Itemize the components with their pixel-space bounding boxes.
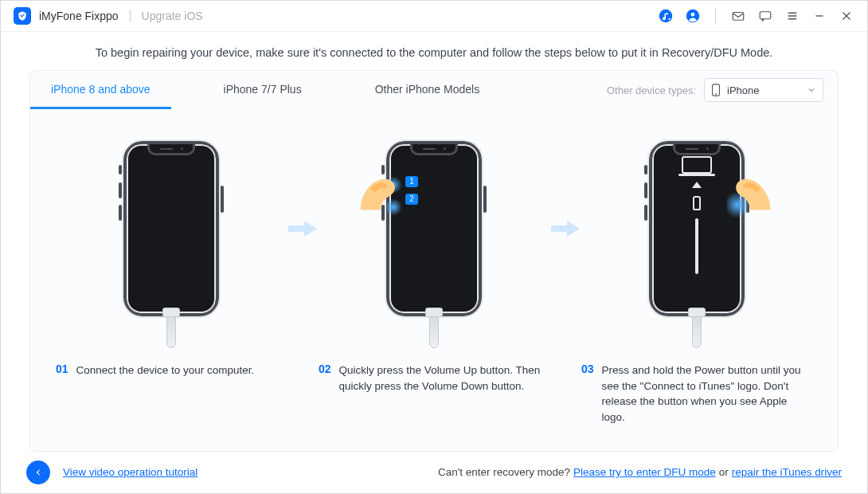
feedback-icon[interactable] — [757, 8, 773, 24]
dfu-mode-link[interactable]: Please try to enter DFU mode — [573, 466, 716, 478]
step-text: Press and hold the Power button until yo… — [602, 363, 812, 425]
breadcrumb: Upgrate iOS — [142, 10, 203, 22]
steps-area: 01 Connect the device to your computer. … — [30, 109, 838, 433]
badge-2: 2 — [405, 194, 418, 205]
tab-label: iPhone 8 and above — [51, 83, 151, 96]
tab-iphone-8-plus[interactable]: iPhone 8 and above — [30, 71, 171, 109]
cable-icon — [692, 313, 702, 348]
phone-icon — [711, 84, 721, 96]
svg-point-7 — [715, 93, 717, 95]
step-number: 02 — [319, 363, 331, 394]
menu-icon[interactable] — [784, 8, 800, 24]
footer: View video operation tutorial Can't ente… — [1, 452, 867, 493]
cable-icon — [166, 313, 176, 348]
tab-other-iphone[interactable]: Other iPhone Models — [354, 71, 501, 109]
arrow-icon — [283, 141, 323, 316]
close-button[interactable] — [839, 8, 854, 24]
minimize-button[interactable] — [811, 8, 827, 24]
app-logo-icon — [14, 7, 31, 25]
tab-label: iPhone 7/7 Plus — [224, 83, 302, 96]
intro-text: To begin repairing your device, make sur… — [1, 32, 867, 70]
step-text: Connect the device to your computer. — [76, 363, 255, 378]
step-number: 03 — [581, 363, 594, 425]
footer-prefix: Can't enter recovery mode? — [438, 466, 570, 478]
phone-illustration-1 — [123, 141, 219, 316]
svg-rect-5 — [760, 12, 771, 19]
arrow-icon — [545, 141, 585, 316]
footer-or: or — [719, 466, 729, 478]
music-note-icon[interactable] — [658, 8, 674, 24]
steps-card: iPhone 8 and above iPhone 7/7 Plus Other… — [29, 70, 839, 451]
back-button[interactable] — [26, 461, 50, 484]
step-3: 03 Press and hold the Power button until… — [585, 141, 808, 425]
chevron-down-icon — [807, 85, 816, 95]
cable-icon — [429, 313, 439, 348]
phone-illustration-3 — [649, 141, 745, 316]
title-separator — [130, 10, 131, 22]
connect-itunes-icon — [682, 156, 712, 274]
step-1: 01 Connect the device to your computer. — [60, 141, 283, 378]
mail-icon[interactable] — [730, 8, 746, 24]
step-number: 01 — [56, 363, 68, 378]
device-type-select[interactable]: iPhone — [704, 78, 823, 102]
badge-1: 1 — [405, 176, 418, 187]
step-2: 1 2 02 Quickly press the Volume Up butto… — [323, 141, 545, 394]
video-tutorial-link[interactable]: View video operation tutorial — [63, 466, 197, 478]
svg-rect-4 — [733, 13, 744, 21]
tab-label: Other iPhone Models — [375, 83, 480, 96]
account-icon[interactable] — [685, 8, 701, 24]
step-text: Quickly press the Volume Up button. Then… — [339, 363, 549, 394]
svg-point-3 — [691, 13, 695, 17]
device-type-label: Other device types: — [607, 84, 696, 96]
device-type-value: iPhone — [727, 84, 759, 96]
phone-illustration-2: 1 2 — [386, 141, 482, 316]
tab-iphone-7[interactable]: iPhone 7/7 Plus — [203, 71, 323, 109]
tabs-row: iPhone 8 and above iPhone 7/7 Plus Other… — [30, 71, 838, 109]
app-title: iMyFone Fixppo — [39, 10, 119, 22]
repair-driver-link[interactable]: repair the iTunes driver — [732, 466, 842, 478]
titlebar-separator — [715, 8, 716, 24]
titlebar: iMyFone Fixppo Upgrate iOS — [1, 1, 867, 32]
